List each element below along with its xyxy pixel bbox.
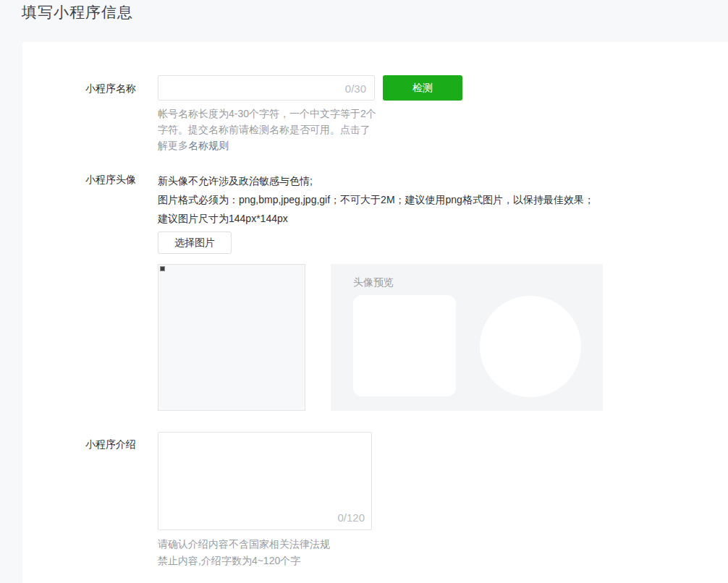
intro-help-line1: 请确认介绍内容不含国家相关法律法规	[158, 536, 330, 553]
name-input[interactable]	[158, 75, 375, 101]
intro-field-label: 小程序介绍	[85, 438, 136, 451]
intro-help-line2: 禁止内容,介绍字数为4~120个字	[158, 553, 330, 569]
avatar-preview-circle	[480, 296, 581, 397]
mini-program-info-page: 填写小程序信息 小程序名称 0/30 检测 帐号名称长度为4-30个字符，一个中…	[0, 0, 728, 583]
avatar-rule-line2: 图片格式必须为：png,bmp,jpeg,jpg,gif；不可大于2M；建议使用…	[158, 190, 595, 228]
avatar-preview-square	[353, 295, 456, 396]
name-input-wrap: 0/30	[158, 75, 375, 101]
intro-help-text: 请确认介绍内容不含国家相关法律法规 禁止内容,介绍字数为4~120个字	[158, 536, 330, 569]
avatar-preview-panel: 头像预览	[331, 264, 603, 411]
avatar-rule-line1: 新头像不允许涉及政治敏感与色情;	[158, 171, 595, 190]
avatar-field-label: 小程序头像	[85, 174, 136, 187]
name-help-text: 帐号名称长度为4-30个字符，一个中文字等于2个字符。提交名称前请检测名称是否可…	[158, 106, 378, 153]
choose-image-button[interactable]: 选择图片	[158, 231, 232, 254]
page-title: 填写小程序信息	[22, 2, 133, 22]
intro-textarea-wrap: 0/120	[158, 432, 372, 530]
name-rules-link[interactable]: 名称规则	[188, 140, 229, 151]
intro-textarea[interactable]	[158, 432, 372, 530]
avatar-preview-title: 头像预览	[353, 276, 394, 289]
avatar-upload-preview-box[interactable]	[158, 264, 305, 411]
name-field-label: 小程序名称	[85, 82, 136, 95]
check-name-button[interactable]: 检测	[383, 75, 462, 101]
avatar-rules-text: 新头像不允许涉及政治敏感与色情; 图片格式必须为：png,bmp,jpeg,jp…	[158, 171, 595, 228]
avatar-thumbnail-image	[160, 266, 165, 271]
